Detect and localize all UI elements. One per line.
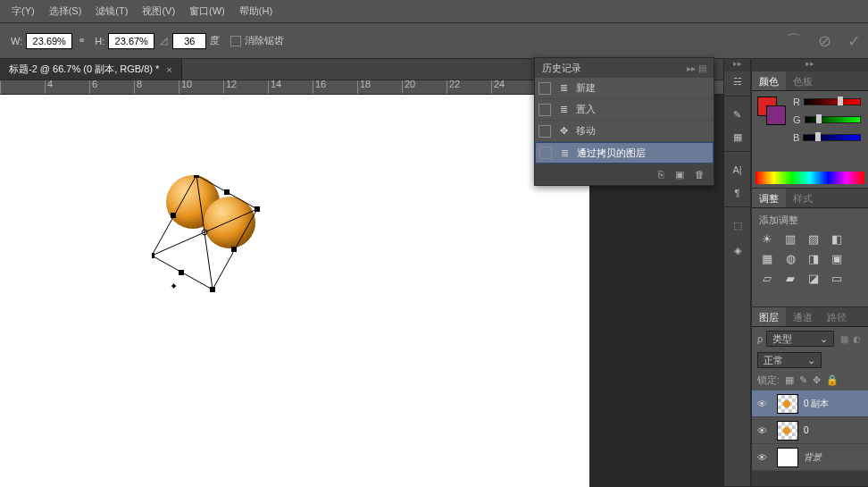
w-label: W: [11,36,22,46]
layers-panel: 图层 通道 路径 ρ 类型⌄ ▦◐ 正常⌄ 锁定: ▦ ✎ ✥ 🔒 👁 0 副本 [752,306,868,486]
posterize-icon[interactable]: ▰ [782,272,798,286]
layer-thumbnail[interactable] [777,448,798,467]
bw-icon[interactable]: ◨ [805,252,822,266]
menu-filter[interactable]: 滤镜(T) [88,1,135,21]
layer-name[interactable]: 0 [804,425,809,435]
antialias-checkbox[interactable] [230,36,241,46]
navigator-panel-icon[interactable]: ◈ [724,238,750,263]
menu-select[interactable]: 选择(S) [42,1,89,21]
visibility-icon[interactable]: 👁 [757,425,772,436]
history-item-label: 置入 [576,103,596,116]
history-item-new[interactable]: ≣ 新建 [535,78,714,99]
gradient-map-icon[interactable]: ▭ [829,272,845,286]
tab-layers[interactable]: 图层 [752,307,786,326]
layer-thumbnail[interactable] [777,421,798,441]
antialias-label: 消除锯齿 [245,34,284,47]
document-icon: ≣ [556,104,571,115]
tab-color[interactable]: 颜色 [752,71,786,90]
layer-thumbnail[interactable] [777,394,798,414]
visibility-icon[interactable]: 👁 [757,452,772,463]
threshold-icon[interactable]: ◪ [805,272,822,286]
history-item-label: 通过拷贝的图层 [577,147,646,160]
r-slider[interactable]: R [793,97,864,107]
blend-mode-select[interactable]: 正常⌄ [757,352,822,368]
styles-panel-icon[interactable]: ⬚ [724,213,750,238]
cancel-icon[interactable]: ⊘ [818,31,831,51]
brightness-icon[interactable]: ☀ [759,232,775,247]
menu-window[interactable]: 窗口(W) [182,1,232,21]
photo-filter-icon[interactable]: ▣ [829,252,845,266]
history-item-checkbox[interactable] [538,125,551,138]
hue-icon[interactable]: ◍ [782,252,798,266]
background-color[interactable] [766,105,786,125]
tab-styles[interactable]: 样式 [786,189,820,207]
canvas[interactable]: ✦ [0,95,589,487]
g-slider[interactable]: G [793,114,864,125]
lock-transparency-icon[interactable]: ▦ [785,374,794,386]
tab-swatches[interactable]: 色板 [786,71,820,90]
sphere-copy[interactable] [204,197,255,248]
svg-rect-7 [224,189,230,195]
exposure-icon[interactable]: ◧ [829,232,845,247]
history-item-checkbox[interactable] [539,147,552,159]
history-item-checkbox[interactable] [538,104,551,116]
camera-icon[interactable]: ▣ [675,169,684,181]
history-header[interactable]: 历史记录 ▸▸ ▤ [535,58,714,78]
filter-adjust-icon[interactable]: ◐ [850,334,863,344]
collapsed-panel-dock: ▸▸ ☵ ✎ ▦ A| ¶ ⬚ ◈ [723,59,751,486]
new-snapshot-icon[interactable]: ⎘ [658,169,664,180]
paragraph-panel-icon[interactable]: ¶ [724,182,750,207]
color-panel: R G B [752,91,868,188]
panel-menu-icon[interactable]: ▸▸ ▤ [687,63,706,73]
move-icon: ✥ [556,125,571,137]
invert-icon[interactable]: ▱ [759,272,775,286]
hue-ramp[interactable] [755,172,864,184]
history-panel: 历史记录 ▸▸ ▤ ≣ 新建 ≣ 置入 ✥ 移动 ≣ 通过拷贝的图层 ⎘ ▣ 🗑 [534,57,714,186]
history-item-label: 新建 [576,81,596,95]
lock-paint-icon[interactable]: ✎ [799,374,807,386]
lock-all-icon[interactable]: 🔒 [826,374,839,386]
history-item-move[interactable]: ✥ 移动 [535,121,714,142]
collapse-panels-icon[interactable]: ▸▸ [752,59,868,71]
link-icon[interactable]: ⚭ [78,35,86,46]
brush-presets-icon[interactable]: ▦ [724,127,750,152]
filter-pixel-icon[interactable]: ▦ [838,334,850,344]
history-item-checkbox[interactable] [538,82,551,95]
character-panel-icon[interactable]: A| [724,157,750,182]
levels-icon[interactable]: ▥ [782,232,798,247]
expand-dock-icon[interactable]: ▸▸ [724,59,750,71]
layer-row[interactable]: 👁 0 [752,417,868,444]
tab-paths[interactable]: 路径 [820,307,854,326]
tab-adjustments[interactable]: 调整 [752,189,786,207]
history-panel-icon[interactable]: ☵ [724,71,750,97]
svg-rect-4 [255,206,260,212]
menu-bar: 字(Y) 选择(S) 滤镜(T) 视图(V) 窗口(W) 帮助(H) [0,0,868,23]
lock-position-icon[interactable]: ✥ [813,374,821,386]
angle-input[interactable] [172,33,206,49]
commit-icon[interactable]: ✓ [847,31,861,51]
warp-icon[interactable]: ⌒ [786,30,802,52]
layer-row[interactable]: 👁 0 副本 [752,390,868,417]
tab-channels[interactable]: 通道 [786,307,820,326]
curves-icon[interactable]: ▨ [805,232,822,247]
document-icon: ≣ [557,147,572,159]
layer-row[interactable]: 👁 背景 [752,444,868,471]
history-item-layer-via-copy[interactable]: ≣ 通过拷贝的图层 [535,142,714,164]
history-item-label: 移动 [576,124,596,138]
brush-panel-icon[interactable]: ✎ [724,102,750,127]
h-input[interactable] [108,33,154,49]
close-icon[interactable]: × [166,64,171,75]
menu-text[interactable]: 字(Y) [4,1,42,21]
visibility-icon[interactable]: 👁 [757,399,772,409]
menu-view[interactable]: 视图(V) [135,1,182,21]
vibrance-icon[interactable]: ▦ [759,252,775,266]
layer-filter-type[interactable]: 类型⌄ [766,331,834,347]
menu-help[interactable]: 帮助(H) [232,1,280,21]
b-slider[interactable]: B [793,132,864,143]
trash-icon[interactable]: 🗑 [695,169,705,180]
w-input[interactable] [26,33,72,49]
layer-name[interactable]: 背景 [804,451,822,464]
history-item-place[interactable]: ≣ 置入 [535,99,714,121]
document-tab[interactable]: 标题-2 @ 66.7% (0 副本, RGB/8) * × [0,59,182,80]
layer-name[interactable]: 0 副本 [804,398,829,410]
